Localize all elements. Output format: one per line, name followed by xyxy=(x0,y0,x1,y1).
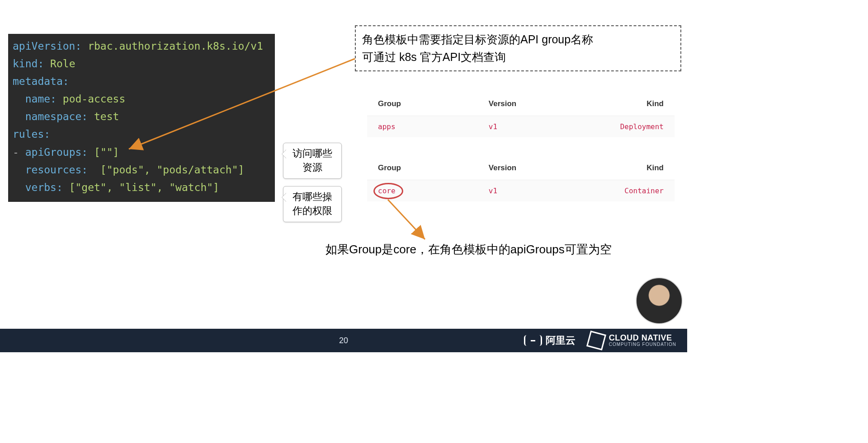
brand-cncf: CLOUD NATIVE COMPUTING FOUNDATION xyxy=(588,332,676,349)
bubble-line: 作的权限 xyxy=(290,204,335,218)
code-val: Role xyxy=(44,58,75,70)
code-key: rules: xyxy=(13,128,50,140)
cncf-subtitle: COMPUTING FOUNDATION xyxy=(609,342,676,347)
code-dash: - xyxy=(13,146,25,158)
th-kind: Kind xyxy=(576,159,675,180)
annotation-line: 角色模板中需要指定目标资源的API group名称 xyxy=(362,31,674,48)
annotation-dashed-box: 角色模板中需要指定目标资源的API group名称 可通过 k8s 官方API文… xyxy=(355,25,681,71)
td-kind: Deployment xyxy=(576,116,675,138)
bubble-line: 资源 xyxy=(290,161,335,175)
code-key: name: xyxy=(13,93,57,105)
annotation-bubble-resources: 访问哪些 资源 xyxy=(283,143,342,179)
code-val: pod-access xyxy=(57,93,125,105)
footer-brands: 阿里云 CLOUD NATIVE COMPUTING FOUNDATION xyxy=(524,332,676,349)
bottom-explanation: 如果Group是core，在角色模板中的apiGroups可置为空 xyxy=(326,242,612,257)
code-key: kind: xyxy=(13,58,44,70)
td-kind: Container xyxy=(576,180,675,202)
code-bracket: ["get", "list", "watch"] xyxy=(63,182,219,193)
table-row: core v1 Container xyxy=(367,180,675,202)
annotation-line: 可通过 k8s 官方API文档查询 xyxy=(362,48,674,66)
svg-line-1 xyxy=(388,200,425,239)
code-key: namespace: xyxy=(13,111,88,122)
table-header-row: Group Version Kind xyxy=(367,95,675,116)
code-key: metadata: xyxy=(13,75,69,87)
td-version: v1 xyxy=(478,180,576,202)
code-key: resources: xyxy=(13,164,88,176)
td-group: core xyxy=(367,180,478,202)
aliyun-label: 阿里云 xyxy=(546,334,576,347)
api-table-apps: Group Version Kind apps v1 Deployment xyxy=(367,95,675,137)
brand-aliyun: 阿里云 xyxy=(524,334,576,347)
th-group: Group xyxy=(367,95,478,116)
code-val: test xyxy=(88,111,119,122)
code-val: rbac.authorization.k8s.io/v1 xyxy=(81,40,263,52)
td-version: v1 xyxy=(478,116,576,138)
footer-bar: 20 阿里云 CLOUD NATIVE COMPUTING FOUNDATION xyxy=(0,329,687,352)
td-group: apps xyxy=(367,116,478,138)
bubble-line: 有哪些操 xyxy=(290,190,335,204)
table-row: apps v1 Deployment xyxy=(367,116,675,138)
annotation-bubble-verbs: 有哪些操 作的权限 xyxy=(283,186,342,222)
aliyun-icon xyxy=(524,335,542,346)
code-key: apiGroups: xyxy=(25,146,88,158)
code-bracket: [""] xyxy=(88,146,119,158)
api-table-core: Group Version Kind core v1 Container xyxy=(367,159,675,201)
yaml-code-block: apiVersion: rbac.authorization.k8s.io/v1… xyxy=(8,34,275,202)
bubble-line: 访问哪些 xyxy=(290,147,335,161)
slide: apiVersion: rbac.authorization.k8s.io/v1… xyxy=(0,0,687,352)
cncf-title: CLOUD NATIVE xyxy=(609,334,676,342)
th-group: Group xyxy=(367,159,478,180)
th-version: Version xyxy=(478,159,576,180)
code-key: apiVersion: xyxy=(13,40,81,52)
page-number: 20 xyxy=(339,336,348,345)
th-version: Version xyxy=(478,95,576,116)
table-header-row: Group Version Kind xyxy=(367,159,675,180)
th-kind: Kind xyxy=(576,95,675,116)
code-bracket: ["pods", "pods/attach"] xyxy=(88,164,244,176)
cncf-icon xyxy=(586,331,606,350)
presenter-thumbnail xyxy=(636,277,683,324)
code-key: verbs: xyxy=(13,182,63,193)
